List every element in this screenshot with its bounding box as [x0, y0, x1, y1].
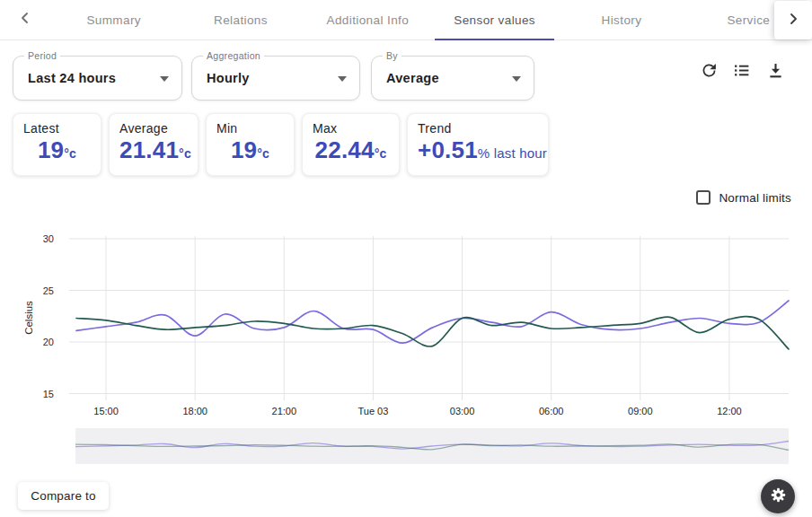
y-tick-label: 25: [43, 285, 54, 296]
stat-unit: °c: [257, 146, 269, 161]
by-select-value: Average: [386, 71, 439, 85]
stat-card-latest: Latest 19°c: [13, 113, 102, 176]
period-select[interactable]: Period Last 24 hours: [13, 56, 182, 101]
filter-bar: Period Last 24 hours Aggregation Hourly …: [13, 56, 799, 101]
caret-down-icon: [512, 76, 521, 82]
stat-unit: °c: [375, 146, 387, 161]
y-tick-label: 30: [43, 233, 54, 244]
x-tick-label: Tue 03: [357, 406, 388, 416]
tab-history[interactable]: History: [558, 0, 684, 39]
tab-label: Summary: [86, 13, 141, 27]
stat-cards: Latest 19°c Average 21.41°c Min 19°c Max…: [13, 113, 549, 176]
x-tick-label: 09:00: [628, 406, 653, 416]
refresh-button[interactable]: [697, 60, 720, 83]
stat-unit: °c: [64, 146, 76, 161]
stat-unit: °c: [179, 146, 191, 161]
period-select-label: Period: [24, 50, 60, 61]
stat-card-max: Max 22.44°c: [302, 113, 400, 176]
tab-label: History: [602, 13, 642, 27]
stat-number: +0.51: [418, 136, 478, 163]
tab-label: Sensor values: [454, 13, 535, 27]
tabs-scroll-right-button[interactable]: [774, 1, 812, 39]
aggregation-select-value: Hourly: [207, 71, 250, 85]
stat-value: 22.44°c: [313, 136, 389, 164]
caret-down-icon: [160, 76, 169, 82]
stat-value: 19°c: [23, 136, 91, 164]
stat-value: 19°c: [216, 136, 284, 164]
y-axis-title: Celsius: [23, 301, 34, 335]
stat-label: Min: [216, 121, 284, 136]
tab-label: Additional Info: [327, 13, 410, 27]
chart-settings-button[interactable]: [761, 479, 795, 513]
active-tab-underline: [435, 39, 554, 40]
chevron-right-icon: [787, 13, 799, 29]
x-tick-label: 18:00: [182, 406, 207, 416]
normal-limits-control: Normal limits: [696, 190, 791, 205]
sensor-values-page: Summary Relations Additional Info Sensor…: [0, 0, 812, 517]
gear-icon: [770, 486, 787, 507]
legend-list-icon: [732, 61, 751, 83]
y-tick-label: 20: [43, 337, 54, 347]
tab-bar: Summary Relations Additional Info Sensor…: [0, 0, 812, 40]
tab-sensor-values[interactable]: Sensor values: [431, 0, 558, 39]
x-tick-label: 06:00: [539, 406, 564, 416]
aggregation-select-label: Aggregation: [203, 50, 264, 61]
stat-label: Average: [119, 121, 188, 136]
stat-value: +0.51% last hour: [418, 136, 538, 164]
stat-number: 19: [38, 136, 64, 163]
download-button[interactable]: [763, 60, 787, 83]
x-tick-label: 12:00: [717, 406, 742, 416]
by-select[interactable]: By Average: [371, 56, 534, 101]
tab-label: Service: [727, 13, 770, 27]
tab-label: Relations: [214, 13, 268, 27]
chart-line-temperature-purple: [76, 301, 789, 343]
tabs-scroll-left-button[interactable]: [0, 0, 50, 39]
chart-line-temperature-green: [76, 317, 789, 349]
normal-limits-label: Normal limits: [719, 191, 791, 205]
sensor-line-chart: 1520253015:0018:0021:00Tue 0303:0006:000…: [0, 224, 812, 424]
x-tick-label: 03:00: [450, 406, 475, 416]
download-icon: [766, 61, 785, 83]
tab-additional-info[interactable]: Additional Info: [304, 0, 431, 39]
tab-relations[interactable]: Relations: [177, 0, 304, 39]
x-tick-label: 15:00: [93, 406, 119, 416]
tab-summary[interactable]: Summary: [50, 0, 177, 39]
caret-down-icon: [338, 76, 347, 82]
stat-label: Max: [313, 121, 389, 136]
stat-label: Latest: [23, 121, 91, 136]
compare-to-button[interactable]: Compare to: [18, 482, 109, 510]
stat-label: Trend: [418, 121, 538, 136]
x-tick-label: 21:00: [272, 406, 297, 416]
aggregation-select[interactable]: Aggregation Hourly: [191, 56, 360, 101]
stat-number: 19: [231, 136, 257, 163]
chart-overview-brush[interactable]: [75, 428, 789, 464]
stat-unit: % last hour: [478, 145, 547, 161]
period-select-value: Last 24 hours: [28, 71, 116, 85]
y-tick-label: 15: [43, 389, 54, 399]
stat-card-min: Min 19°c: [206, 113, 295, 176]
refresh-icon: [700, 61, 719, 83]
stat-value: 21.41°c: [119, 136, 188, 164]
chevron-left-icon: [19, 12, 31, 28]
stat-number: 21.41: [119, 136, 179, 163]
legend-list-button[interactable]: [729, 60, 753, 83]
stat-number: 22.44: [315, 136, 375, 163]
normal-limits-checkbox[interactable]: [696, 190, 710, 205]
by-select-label: By: [383, 50, 402, 61]
stat-card-trend: Trend +0.51% last hour: [407, 113, 549, 176]
stat-card-average: Average 21.41°c: [109, 113, 199, 176]
